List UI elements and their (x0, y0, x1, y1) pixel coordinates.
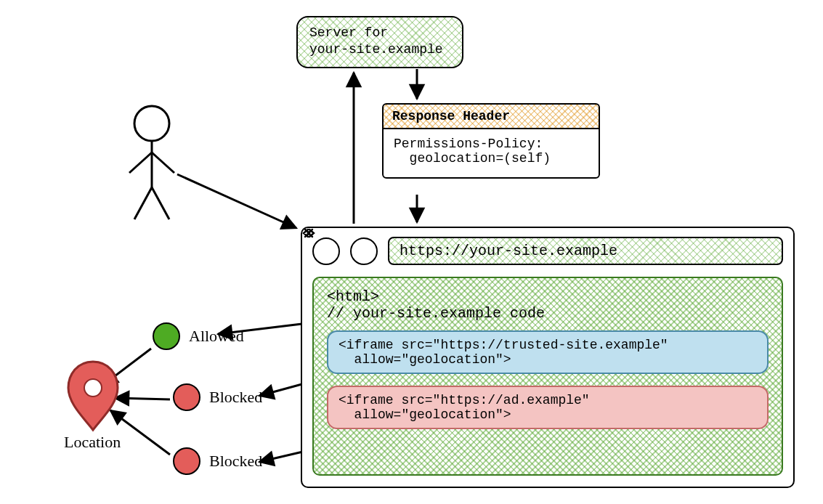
iframe-ad-node: <iframe src="https://ad.example" allow="… (327, 386, 769, 429)
server-label-line1: Server for (309, 25, 450, 41)
response-header-line1: Permissions-Policy: (394, 137, 588, 151)
status-blocked-trusted-row: Blocked (173, 383, 262, 411)
user-stick-figure (129, 106, 174, 219)
iframe-ad-line2: allow="geolocation"> (338, 407, 757, 422)
arrow-blocked1-to-location (115, 398, 170, 399)
svg-line-4 (134, 187, 152, 219)
status-blocked-ad-icon (173, 447, 200, 475)
response-header-title: Response Header (392, 109, 510, 123)
html-open-tag: <html> (327, 288, 769, 305)
status-blocked-trusted-icon (173, 383, 200, 411)
page-content: <html> // your-site.example code <iframe… (312, 277, 783, 476)
back-button-icon[interactable] (312, 237, 340, 265)
response-header-node: Response Header Permissions-Policy: geol… (382, 103, 600, 179)
svg-line-5 (152, 187, 169, 219)
status-blocked-ad-label: Blocked (209, 452, 262, 471)
status-allowed-row: Allowed (153, 322, 244, 350)
server-node: Server for your-site.example (296, 16, 463, 68)
browser-window: https://your-site.example <html> // your… (301, 227, 795, 488)
status-blocked-ad-row: Blocked (173, 447, 262, 475)
iframe-trusted-node: <iframe src="https://trusted-site.exampl… (327, 330, 769, 374)
status-allowed-icon (153, 322, 180, 350)
forward-button-icon[interactable] (350, 237, 378, 265)
svg-line-2 (129, 153, 152, 173)
iframe-trusted-line1: <iframe src="https://trusted-site.exampl… (338, 338, 757, 352)
arrow-user-to-browser (177, 174, 296, 228)
svg-point-6 (84, 379, 102, 397)
response-header-line2: geolocation=(self) (394, 151, 588, 166)
own-site-code-comment: // your-site.example code (327, 305, 769, 322)
browser-url: https://your-site.example (400, 243, 617, 259)
diagram-root: Server for your-site.example Response He… (0, 0, 823, 504)
browser-address-bar[interactable]: https://your-site.example (388, 237, 783, 265)
location-label: Location (64, 433, 121, 452)
svg-point-0 (134, 106, 169, 141)
status-allowed-label: Allowed (189, 327, 244, 346)
svg-line-3 (152, 153, 174, 173)
server-label-line2: your-site.example (309, 41, 450, 58)
iframe-trusted-line2: allow="geolocation"> (338, 352, 757, 367)
location-pin-icon (68, 362, 118, 430)
iframe-ad-line1: <iframe src="https://ad.example" (338, 393, 757, 407)
status-blocked-trusted-label: Blocked (209, 388, 262, 407)
